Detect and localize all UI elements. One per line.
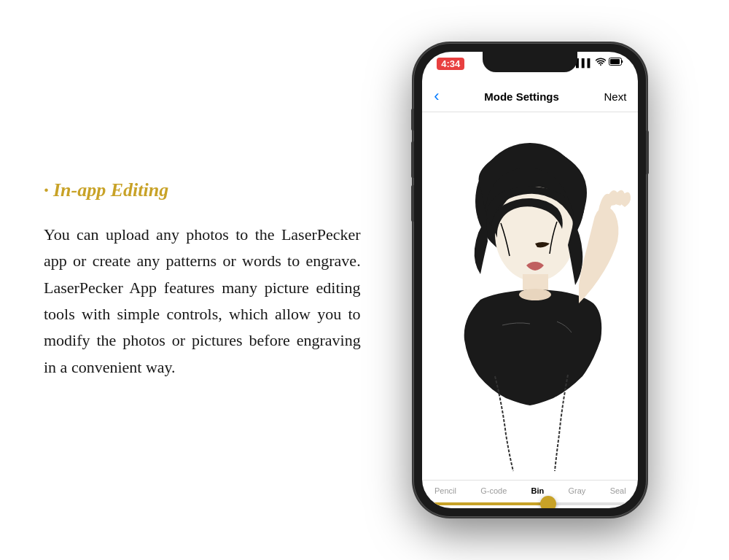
- tab-bar: Pencil G-code Bin Gray Seal: [422, 480, 638, 508]
- status-icons: ▌▌▌: [576, 58, 623, 67]
- signal-icon: ▌▌▌: [576, 58, 593, 67]
- svg-rect-1: [610, 59, 620, 64]
- slider-thumb[interactable]: [540, 496, 556, 508]
- phone-frame: 4:34 ▌▌▌: [413, 43, 647, 517]
- section-heading: In-app Editing: [53, 179, 168, 201]
- volume-up-button: [411, 141, 414, 178]
- svg-point-5: [519, 289, 551, 300]
- wifi-icon: [596, 58, 606, 67]
- next-button[interactable]: Next: [604, 90, 626, 103]
- tab-gcode[interactable]: G-code: [480, 486, 507, 495]
- phone-screen: 4:34 ▌▌▌: [422, 52, 638, 508]
- tab-pencil[interactable]: Pencil: [434, 486, 456, 495]
- heading-container: · In-app Editing: [44, 179, 361, 201]
- nav-title: Mode Settings: [484, 90, 559, 103]
- left-panel: · In-app Editing You can upload any phot…: [44, 179, 375, 381]
- tab-seal[interactable]: Seal: [610, 486, 626, 495]
- phone-notch: [483, 52, 577, 72]
- nav-bar: ‹ Mode Settings Next: [422, 84, 638, 112]
- power-button: [646, 131, 649, 174]
- image-area: [422, 112, 638, 480]
- mute-button: [411, 109, 414, 131]
- tab-options: Pencil G-code Bin Gray Seal: [422, 486, 638, 495]
- tab-bin[interactable]: Bin: [531, 486, 545, 495]
- volume-down-button: [411, 185, 414, 222]
- girl-silhouette: [422, 112, 638, 480]
- body-paragraph: You can upload any photos to the LaserPe…: [44, 222, 361, 381]
- battery-icon: [609, 58, 623, 67]
- back-button[interactable]: ‹: [434, 87, 439, 106]
- bullet-icon: ·: [44, 180, 49, 201]
- tab-gray[interactable]: Gray: [569, 486, 586, 495]
- slider-fill: [434, 502, 543, 505]
- slider-track: [434, 502, 626, 505]
- status-time: 4:34: [437, 58, 464, 70]
- right-panel: 4:34 ▌▌▌: [375, 43, 685, 517]
